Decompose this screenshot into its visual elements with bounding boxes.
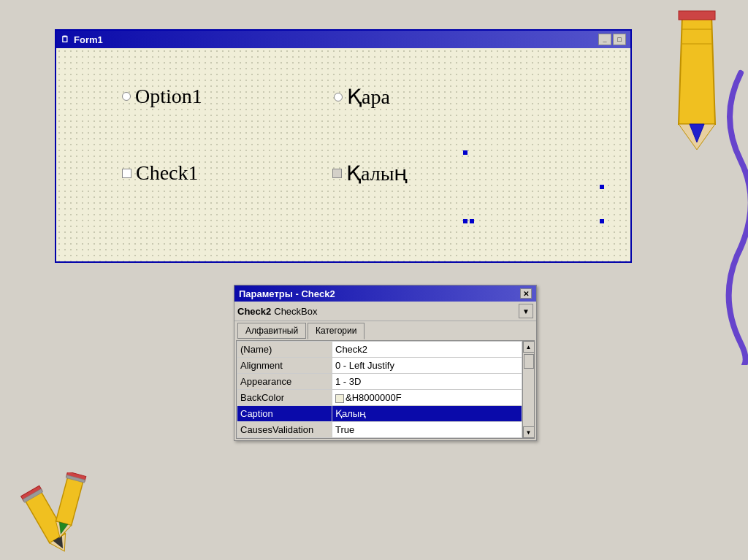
table-row-selected[interactable]: Caption Қалың	[237, 406, 522, 422]
qalyn-checkbox[interactable]: Қалың	[332, 161, 408, 185]
option1-radio[interactable]: Option1	[122, 85, 202, 108]
tab-categories[interactable]: Категории	[308, 323, 365, 340]
table-row[interactable]: BackColor &H8000000F	[237, 390, 522, 406]
prop-key-caption: Caption	[237, 406, 332, 422]
form1-body: Option1 Қара Check1 Қалың	[56, 48, 630, 261]
minimize-button[interactable]: _	[598, 34, 611, 45]
handle-bottom-mid2	[470, 219, 474, 223]
qalyn-label: Қалың	[346, 161, 408, 185]
scrollbar-down-arrow[interactable]: ▼	[523, 426, 535, 438]
prop-value: 0 - Left Justify	[332, 358, 522, 374]
pencil-bottom-left-decoration	[15, 472, 102, 545]
handle-top	[463, 150, 468, 155]
props-scrollbar: ▲ ▼	[522, 341, 534, 438]
option1-radio-circle	[122, 92, 131, 101]
prop-value: 1 - 3D	[332, 374, 522, 390]
prop-value-caption: Қалың	[332, 406, 522, 422]
table-row[interactable]: CausesValidation True	[237, 422, 522, 438]
table-row[interactable]: Alignment 0 - Left Justify	[237, 358, 522, 374]
svg-rect-3	[679, 11, 715, 20]
prop-value: Check2	[332, 342, 522, 358]
props-object-row: Check2 CheckBox ▼	[234, 302, 536, 321]
prop-value: True	[332, 422, 522, 438]
handle-right	[600, 185, 604, 189]
maximize-button[interactable]: □	[613, 34, 626, 45]
props-titlebar: Параметры - Check2 ✕	[234, 285, 536, 302]
titlebar-buttons: _ □	[598, 34, 626, 45]
prop-key: Alignment	[237, 358, 332, 374]
table-row[interactable]: Appearance 1 - 3D	[237, 374, 522, 390]
prop-value: &H8000000F	[332, 390, 522, 406]
tab-alphabetic[interactable]: Алфавитный	[237, 323, 306, 339]
form1-title: Form1	[74, 34, 598, 45]
props-table: (Name) Check2 Alignment 0 - Left Justify…	[237, 341, 522, 438]
kara-radio[interactable]: Қара	[334, 85, 390, 109]
check1-label: Check1	[136, 161, 199, 185]
prop-key: (Name)	[237, 342, 332, 358]
props-object-dropdown[interactable]: ▼	[519, 304, 533, 318]
props-close-button[interactable]: ✕	[520, 288, 532, 299]
qalyn-box	[332, 169, 342, 178]
props-title: Параметры - Check2	[239, 288, 520, 299]
handle-bottom	[463, 219, 468, 223]
squiggle-svg	[711, 58, 748, 365]
kara-label: Қара	[347, 85, 390, 109]
prop-key: Appearance	[237, 374, 332, 390]
handle-bottom-right	[600, 219, 604, 223]
form1-window: 🗒 Form1 _ □ Option1 Қара Check1 Қалың	[55, 29, 632, 263]
check1-box	[122, 169, 131, 178]
properties-panel: Параметры - Check2 ✕ Check2 CheckBox ▼ А…	[234, 285, 537, 441]
svg-marker-0	[679, 15, 715, 124]
props-object-name: Check2	[237, 306, 271, 317]
form1-titlebar: 🗒 Form1 _ □	[56, 31, 630, 48]
prop-key: BackColor	[237, 390, 332, 406]
props-tabs: Алфавитный Категории	[234, 321, 536, 339]
svg-rect-11	[56, 475, 83, 525]
scrollbar-thumb[interactable]	[524, 354, 534, 369]
squiggle-decoration	[711, 58, 748, 350]
table-row[interactable]: (Name) Check2	[237, 342, 522, 358]
kara-radio-circle	[334, 93, 343, 101]
prop-key: CausesValidation	[237, 422, 332, 438]
props-table-container: (Name) Check2 Alignment 0 - Left Justify…	[236, 340, 535, 439]
scrollbar-up-arrow[interactable]: ▲	[523, 341, 535, 353]
option1-label: Option1	[135, 85, 202, 108]
check1-checkbox[interactable]: Check1	[122, 161, 199, 185]
props-object-type: CheckBox	[274, 306, 317, 317]
pencil-bottom-left-svg	[15, 472, 117, 553]
form1-icon: 🗒	[61, 34, 69, 45]
color-swatch	[335, 394, 344, 403]
